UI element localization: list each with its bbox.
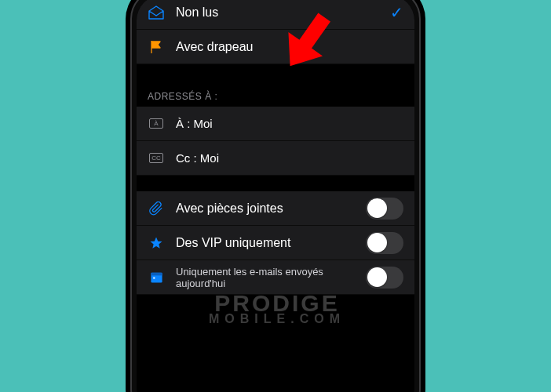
star-icon [148, 236, 165, 250]
filter-today-label: Uniquement les e-mails envoyés aujourd'h… [176, 266, 355, 289]
mail-filters-screen: Non lus ✓ Avec drapeau Adressés à : À À … [137, 0, 414, 392]
svg-rect-2 [153, 278, 155, 279]
svg-rect-1 [151, 273, 162, 276]
filter-row-vip[interactable]: Des VIP uniquement [137, 226, 414, 260]
filter-row-cc-me[interactable]: CC Cc : Moi [137, 141, 414, 176]
flag-icon [148, 40, 165, 54]
filter-row-unread[interactable]: Non lus ✓ [137, 0, 414, 30]
section-gap [137, 64, 414, 80]
filter-to-me-label: À : Moi [176, 117, 403, 130]
filter-flagged-label: Avec drapeau [176, 40, 403, 54]
envelope-open-icon [148, 5, 165, 20]
phone-frame: Non lus ✓ Avec drapeau Adressés à : À À … [126, 0, 425, 392]
cc-badge-icon: CC [148, 153, 165, 163]
filter-row-flagged[interactable]: Avec drapeau [137, 30, 414, 64]
toggle-attachments[interactable] [366, 198, 403, 220]
paperclip-icon [148, 201, 165, 216]
filter-cc-me-label: Cc : Moi [176, 151, 403, 165]
toggle-today[interactable] [366, 267, 403, 289]
to-badge-icon: À [148, 118, 165, 129]
filter-row-today[interactable]: Uniquement les e-mails envoyés aujourd'h… [137, 260, 414, 295]
section-gap [137, 176, 414, 191]
section-header-addressed: Adressés à : [137, 80, 414, 107]
checkmark-icon: ✓ [390, 3, 403, 22]
calendar-icon [148, 270, 165, 284]
phone-bezel: Non lus ✓ Avec drapeau Adressés à : À À … [130, 0, 421, 392]
filter-unread-label: Non lus [176, 5, 379, 20]
filter-vip-label: Des VIP uniquement [176, 236, 355, 250]
filter-attachments-label: Avec pièces jointes [176, 201, 355, 216]
filter-row-attachments[interactable]: Avec pièces jointes [137, 191, 414, 226]
toggle-vip[interactable] [366, 232, 403, 254]
filter-row-to-me[interactable]: À À : Moi [137, 107, 414, 141]
